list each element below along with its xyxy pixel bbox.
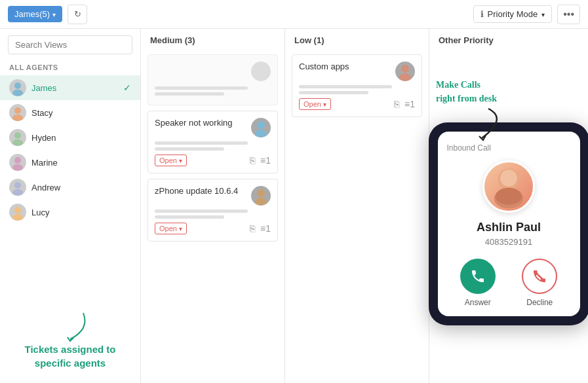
column-header-low: Low (1) (285, 35, 429, 52)
ticket-card-ghost (147, 54, 278, 105)
svg-point-13 (255, 130, 267, 137)
avatar-stacy (9, 104, 26, 121)
ticket-title: Speaker not working (155, 118, 246, 128)
svg-point-20 (500, 170, 517, 187)
sidebar: ALL AGENTS James ✓ Stacy Hyden (0, 29, 141, 383)
answer-button-wrap: Answer (460, 259, 496, 307)
chevron-icon (179, 156, 182, 164)
svg-point-17 (399, 73, 411, 81)
svg-point-9 (12, 189, 23, 196)
ticket-footer: Open ⎘ ≡1 (155, 223, 271, 234)
chevron-icon (179, 225, 182, 232)
decline-button-wrap: Decline (522, 259, 557, 307)
svg-point-14 (257, 189, 265, 197)
more-options-button[interactable]: ••• (557, 5, 580, 24)
column-low: Low (1) Custom apps Open (285, 29, 429, 383)
ticket-lines (299, 85, 415, 94)
phone-screen: Inbound Call Ashlin Paul 4083529191 (438, 132, 580, 316)
svg-point-2 (14, 107, 21, 114)
agent-name-andrew: Andrew (31, 183, 60, 192)
sidebar-item-lucy[interactable]: Lucy (0, 200, 140, 225)
priority-mode-button[interactable]: ℹ Priority Mode (473, 5, 553, 23)
ticket-avatar (251, 118, 271, 137)
svg-point-11 (12, 214, 23, 221)
caller-name: Ashlin Paul (447, 221, 571, 234)
svg-point-8 (14, 182, 21, 189)
column-other: Other Priority Make Calls right from des… (429, 29, 588, 383)
annotation-arrow-icon (50, 310, 90, 342)
decline-button[interactable] (522, 259, 557, 294)
agent-dropdown[interactable]: James(5) (8, 6, 62, 22)
refresh-button[interactable]: ↻ (68, 5, 87, 24)
ticket-icons: ⎘ ≡1 (250, 155, 271, 166)
section-label: ALL AGENTS (0, 61, 140, 75)
phone-area: Make Calls right from desk Inbound Call (429, 52, 588, 383)
avatar-james (9, 79, 26, 96)
ghost-lines (155, 86, 271, 96)
merge-icon: ≡1 (260, 155, 271, 166)
sidebar-item-marine[interactable]: Marine (0, 150, 140, 175)
main-content: ALL AGENTS James ✓ Stacy Hyden (0, 29, 588, 383)
agent-name-marine: Marine (31, 158, 58, 168)
ticket-line (155, 92, 224, 96)
answer-button[interactable] (460, 259, 496, 294)
ticket-title: zPhone update 10.6.4 (155, 186, 246, 196)
ghost-avatar (251, 62, 271, 81)
priority-mode-label: Priority Mode (488, 9, 538, 19)
ticket-line (155, 210, 248, 213)
svg-point-4 (14, 132, 21, 139)
reply-icon: ⎘ (250, 223, 255, 234)
ticket-footer: Open ⎘ ≡1 (299, 98, 415, 110)
ticket-line (155, 86, 248, 90)
check-icon: ✓ (123, 82, 131, 93)
open-status-button[interactable]: Open (155, 155, 187, 166)
open-label: Open (159, 225, 177, 232)
sidebar-item-stacy[interactable]: Stacy (0, 100, 140, 125)
avatar-marine (9, 154, 26, 171)
phone-mockup: Inbound Call Ashlin Paul 4083529191 (429, 122, 589, 325)
open-label: Open (304, 100, 321, 108)
ticket-line (155, 147, 224, 151)
ticket-card-customapps: Custom apps Open ⎘ ≡1 (292, 54, 422, 117)
agent-name-james: James (31, 83, 56, 93)
ticket-icons: ⎘ ≡1 (250, 223, 271, 234)
sidebar-item-hyden[interactable]: Hyden (0, 125, 140, 150)
ticket-line (299, 91, 368, 94)
topbar: James(5) ↻ ℹ Priority Mode ••• (0, 0, 588, 29)
call-buttons: Answer Decline (447, 259, 571, 307)
ticket-top: zPhone update 10.6.4 (155, 186, 271, 206)
topbar-right: ℹ Priority Mode ••• (473, 5, 580, 24)
answer-label: Answer (465, 298, 491, 307)
ticket-icons: ⎘ ≡1 (394, 99, 415, 109)
calls-annotation: Make Calls right from desk (436, 78, 497, 105)
avatar-hyden (9, 129, 26, 146)
svg-point-5 (12, 139, 23, 146)
column-header-other: Other Priority (429, 35, 588, 52)
open-label: Open (159, 156, 177, 164)
reply-icon: ⎘ (394, 99, 399, 109)
reply-icon: ⎘ (250, 155, 255, 166)
open-status-button[interactable]: Open (155, 223, 187, 234)
ticket-top: Speaker not working (155, 118, 271, 137)
chevron-down-icon (541, 9, 545, 19)
ticket-title: Custom apps (299, 62, 390, 71)
merge-icon: ≡1 (260, 223, 271, 234)
open-status-button[interactable]: Open (299, 98, 331, 110)
ticket-avatar (395, 62, 415, 81)
ticket-card-speaker: Speaker not working Open ⎘ (147, 111, 278, 173)
sidebar-item-andrew[interactable]: Andrew (0, 175, 140, 200)
topbar-left: James(5) ↻ (8, 5, 87, 24)
sidebar-item-james[interactable]: James ✓ (0, 75, 140, 100)
ticket-line (155, 215, 224, 219)
more-icon: ••• (563, 9, 574, 20)
search-input[interactable] (8, 35, 132, 54)
svg-point-10 (14, 207, 21, 213)
agent-name-stacy: Stacy (31, 108, 53, 118)
agent-name-lucy: Lucy (31, 208, 49, 217)
svg-point-12 (257, 121, 265, 129)
ticket-line (155, 141, 248, 145)
svg-point-16 (401, 65, 409, 73)
ticket-avatar (251, 186, 271, 206)
caller-avatar (482, 160, 535, 213)
ticket-card-zphone: zPhone update 10.6.4 Open ⎘ (147, 179, 278, 242)
